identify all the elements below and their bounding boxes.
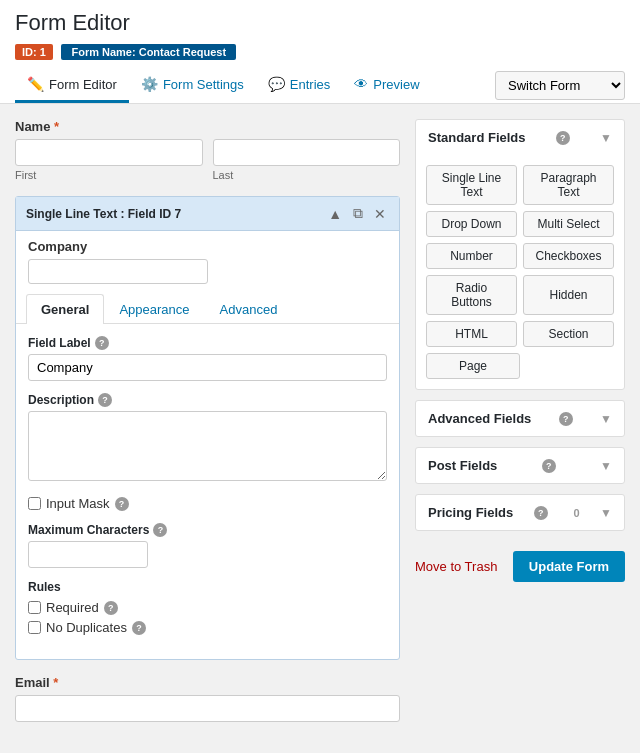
post-fields-section: Post Fields ? ▼: [415, 447, 625, 484]
post-fields-help-icon[interactable]: ?: [542, 459, 556, 473]
name-required-star: *: [54, 119, 59, 134]
move-to-trash-button[interactable]: Move to Trash: [415, 559, 497, 574]
required-help-icon[interactable]: ?: [104, 601, 118, 615]
page-title: Form Editor: [15, 10, 625, 36]
btn-html[interactable]: HTML: [426, 321, 517, 347]
name-first-input[interactable]: [15, 139, 203, 166]
max-chars-help-icon[interactable]: ?: [153, 523, 167, 537]
email-input[interactable]: [15, 695, 400, 722]
btn-number[interactable]: Number: [426, 243, 517, 269]
switch-form-select[interactable]: Switch Form: [495, 71, 625, 100]
form-editor-icon: ✏️: [27, 76, 44, 92]
advanced-fields-section: Advanced Fields ? ▼: [415, 400, 625, 437]
field-preview-label: Company: [28, 239, 387, 254]
field-delete-btn[interactable]: ✕: [371, 205, 389, 223]
field-preview: Company: [16, 231, 399, 294]
field-label-input[interactable]: [28, 354, 387, 381]
btn-paragraph-text[interactable]: Paragraph Text: [523, 165, 614, 205]
standard-fields-help-icon[interactable]: ?: [556, 131, 570, 145]
description-label: Description ?: [28, 393, 387, 407]
description-textarea[interactable]: [28, 411, 387, 481]
preview-icon: 👁: [354, 76, 368, 92]
header-badges: ID: 1 Form Name: Contact Request: [15, 44, 625, 60]
tab-entries[interactable]: 💬 Entries: [256, 68, 342, 103]
field-editor-header: Single Line Text : Field ID 7 ▲ ⧉ ✕: [16, 197, 399, 231]
input-mask-group: Input Mask ?: [28, 496, 387, 511]
name-field-label: Name *: [15, 119, 400, 134]
description-help-icon[interactable]: ?: [98, 393, 112, 407]
max-chars-label: Maximum Characters ?: [28, 523, 387, 537]
field-copy-btn[interactable]: ⧉: [350, 204, 366, 223]
pricing-fields-header[interactable]: Pricing Fields ? 0 ▼: [416, 495, 624, 530]
entries-icon: 💬: [268, 76, 285, 92]
field-editor-actions: ▲ ⧉ ✕: [325, 204, 389, 223]
btn-single-line-text[interactable]: Single Line Text: [426, 165, 517, 205]
pricing-fields-help-icon[interactable]: ?: [534, 506, 548, 520]
main-layout: Name * First Last Single Line Text : Fie…: [0, 104, 640, 752]
tab-form-settings[interactable]: ⚙️ Form Settings: [129, 68, 256, 103]
no-duplicates-help-icon[interactable]: ?: [132, 621, 146, 635]
btn-multi-select[interactable]: Multi Select: [523, 211, 614, 237]
pricing-fields-count: 0: [573, 507, 579, 519]
standard-fields-header[interactable]: Standard Fields ? ▼: [416, 120, 624, 155]
standard-fields-section: Standard Fields ? ▼ Single Line Text Par…: [415, 119, 625, 390]
btn-page[interactable]: Page: [426, 353, 520, 379]
right-panel: Standard Fields ? ▼ Single Line Text Par…: [415, 119, 625, 737]
btn-drop-down[interactable]: Drop Down: [426, 211, 517, 237]
btn-hidden[interactable]: Hidden: [523, 275, 614, 315]
form-actions: Move to Trash Update Form: [415, 541, 625, 592]
advanced-fields-toggle: ▼: [600, 412, 612, 426]
editor-tab-general[interactable]: General: [26, 294, 104, 324]
id-badge: ID: 1: [15, 44, 53, 60]
required-row: Required ?: [28, 600, 387, 615]
pricing-fields-toggle: ▼: [600, 506, 612, 520]
btn-section[interactable]: Section: [523, 321, 614, 347]
input-mask-row: Input Mask ?: [28, 496, 387, 511]
field-preview-input[interactable]: [28, 259, 208, 284]
email-required-star: *: [53, 675, 58, 690]
editor-tab-advanced[interactable]: Advanced: [205, 294, 293, 324]
field-label-label: Field Label ?: [28, 336, 387, 350]
advanced-fields-header[interactable]: Advanced Fields ? ▼: [416, 401, 624, 436]
input-mask-help-icon[interactable]: ?: [115, 497, 129, 511]
email-field-group: Email *: [15, 675, 400, 722]
field-label-group: Field Label ?: [28, 336, 387, 381]
btn-checkboxes[interactable]: Checkboxes: [523, 243, 614, 269]
name-field-group: Name * First Last: [15, 119, 400, 181]
form-settings-icon: ⚙️: [141, 76, 158, 92]
email-field-label: Email *: [15, 675, 400, 690]
editor-tab-appearance[interactable]: Appearance: [104, 294, 204, 324]
standard-fields-grid: Single Line Text Paragraph Text Drop Dow…: [416, 155, 624, 389]
tab-preview[interactable]: 👁 Preview: [342, 68, 431, 103]
no-duplicates-row: No Duplicates ?: [28, 620, 387, 635]
btn-radio-buttons[interactable]: Radio Buttons: [426, 275, 517, 315]
nav-right: Switch Form: [495, 71, 625, 100]
editor-content: Field Label ? Description ?: [16, 324, 399, 659]
update-form-button[interactable]: Update Form: [513, 551, 625, 582]
name-last-input[interactable]: [213, 139, 401, 166]
no-duplicates-checkbox[interactable]: [28, 621, 41, 634]
input-mask-checkbox[interactable]: [28, 497, 41, 510]
field-collapse-btn[interactable]: ▲: [325, 205, 345, 223]
post-fields-header[interactable]: Post Fields ? ▼: [416, 448, 624, 483]
max-chars-group: Maximum Characters ?: [28, 523, 387, 568]
required-checkbox[interactable]: [28, 601, 41, 614]
pricing-fields-section: Pricing Fields ? 0 ▼: [415, 494, 625, 531]
standard-fields-toggle: ▼: [600, 131, 612, 145]
page-header: Form Editor ID: 1 Form Name: Contact Req…: [0, 0, 640, 104]
nav-tabs: ✏️ Form Editor ⚙️ Form Settings 💬 Entrie…: [15, 68, 625, 103]
max-chars-input[interactable]: [28, 541, 148, 568]
editor-tabs: General Appearance Advanced: [16, 294, 399, 324]
rules-label: Rules: [28, 580, 387, 594]
name-sublabels: First Last: [15, 169, 400, 181]
rules-group: Rules Required ? No Duplicates ?: [28, 580, 387, 635]
form-name-badge: Form Name: Contact Request: [61, 44, 236, 60]
tab-form-editor[interactable]: ✏️ Form Editor: [15, 68, 129, 103]
name-fields-row: [15, 139, 400, 166]
field-label-help-icon[interactable]: ?: [95, 336, 109, 350]
post-fields-toggle: ▼: [600, 459, 612, 473]
advanced-fields-help-icon[interactable]: ?: [559, 412, 573, 426]
description-group: Description ?: [28, 393, 387, 484]
first-sublabel: First: [15, 169, 203, 181]
last-sublabel: Last: [213, 169, 401, 181]
